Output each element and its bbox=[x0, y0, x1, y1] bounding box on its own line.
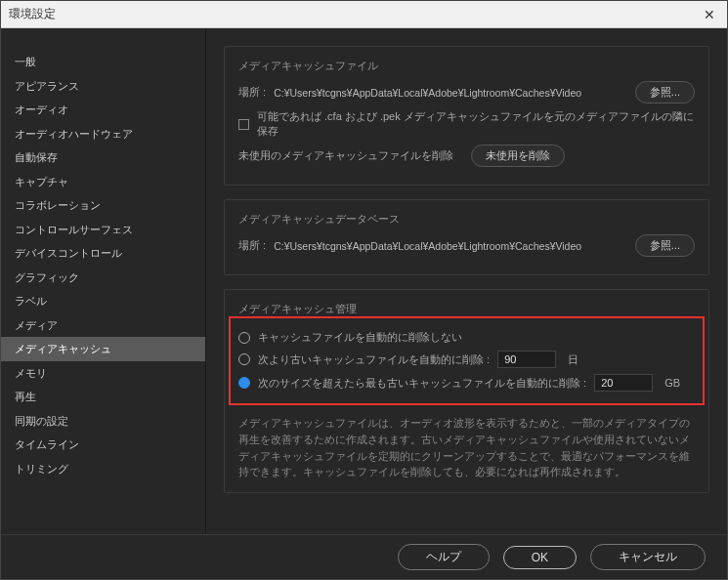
radio-size-row: 次のサイズを超えたら最も古いキャッシュファイルを自動的に削除 : GB bbox=[238, 374, 695, 392]
db-browse-button[interactable]: 参照... bbox=[635, 234, 695, 257]
ok-button[interactable]: OK bbox=[503, 546, 577, 569]
sidebar-item[interactable]: 同期の設定 bbox=[1, 409, 205, 434]
radio-days-row: 次より古いキャッシュファイルを自動的に削除 : 日 bbox=[238, 351, 695, 368]
radio-none-row: キャッシュファイルを自動的に削除しない bbox=[238, 330, 695, 345]
sidebar-item[interactable]: オーディオ bbox=[1, 98, 205, 122]
location-path: C:¥Users¥tcgns¥AppData¥Local¥Adobe¥Light… bbox=[274, 87, 581, 99]
sidebar-item[interactable]: コントロールサーフェス bbox=[1, 218, 205, 242]
radio-days[interactable] bbox=[238, 353, 250, 365]
sidebar-item[interactable]: 再生 bbox=[1, 385, 205, 409]
group-title: メディアキャッシュデータベース bbox=[238, 212, 695, 227]
footer: ヘルプ OK キャンセル bbox=[1, 534, 727, 579]
radio-size-label: 次のサイズを超えたら最も古いキャッシュファイルを自動的に削除 : bbox=[258, 376, 586, 391]
db-location-path: C:¥Users¥tcgns¥AppData¥Local¥Adobe¥Light… bbox=[274, 240, 581, 252]
radio-none[interactable] bbox=[238, 332, 250, 344]
sidebar-item[interactable]: グラフィック bbox=[1, 266, 205, 290]
cleanup-row: 未使用のメディアキャッシュファイルを削除 未使用を削除 bbox=[238, 145, 695, 167]
days-unit: 日 bbox=[568, 352, 578, 367]
size-input[interactable] bbox=[594, 374, 653, 392]
sidebar-item[interactable]: オーディオハードウェア bbox=[1, 122, 205, 146]
browse-button[interactable]: 参照... bbox=[635, 81, 695, 104]
group-title: メディアキャッシュ管理 bbox=[238, 302, 695, 316]
media-cache-mgmt-group: メディアキャッシュ管理 キャッシュファイルを自動的に削除しない 次より古いキャッ… bbox=[224, 289, 709, 493]
db-location-label: 場所 : bbox=[238, 238, 266, 253]
sidebar-item[interactable]: トリミング bbox=[1, 457, 205, 481]
category-sidebar: 一般アピアランスオーディオオーディオハードウェア自動保存キャプチャコラボレーショ… bbox=[1, 28, 206, 534]
sidebar-item[interactable]: アピアランス bbox=[1, 74, 205, 99]
sidebar-item[interactable]: 一般 bbox=[1, 50, 205, 74]
location-row: 場所 : C:¥Users¥tcgns¥AppData¥Local¥Adobe¥… bbox=[238, 81, 695, 104]
preferences-window: 環境設定 ✕ 一般アピアランスオーディオオーディオハードウェア自動保存キャプチャ… bbox=[0, 0, 728, 580]
sidebar-item[interactable]: メモリ bbox=[1, 361, 205, 386]
media-cache-files-group: メディアキャッシュファイル 場所 : C:¥Users¥tcgns¥AppDat… bbox=[224, 46, 709, 186]
sidebar-item[interactable]: メディアキャッシュ bbox=[1, 337, 205, 361]
help-button[interactable]: ヘルプ bbox=[398, 544, 490, 570]
close-icon[interactable]: ✕ bbox=[700, 5, 719, 24]
group-title: メディアキャッシュファイル bbox=[238, 59, 695, 73]
mgmt-description: メディアキャッシュファイルは、オーディオ波形を表示するためと、一部のメディアタイ… bbox=[238, 415, 695, 480]
highlighted-options: キャッシュファイルを自動的に削除しない 次より古いキャッシュファイルを自動的に削… bbox=[229, 316, 705, 405]
titlebar: 環境設定 ✕ bbox=[1, 1, 727, 28]
cleanup-button[interactable]: 未使用を削除 bbox=[471, 145, 565, 167]
save-next-row: 可能であれば .cfa および .pek メディアキャッシュファイルを元のメディ… bbox=[238, 109, 695, 139]
radio-days-label: 次より古いキャッシュファイルを自動的に削除 : bbox=[258, 352, 490, 367]
sidebar-item[interactable]: ラベル bbox=[1, 289, 205, 313]
window-title: 環境設定 bbox=[9, 6, 700, 22]
radio-none-label: キャッシュファイルを自動的に削除しない bbox=[258, 330, 462, 345]
sidebar-item[interactable]: デバイスコントロール bbox=[1, 241, 205, 266]
content-panel: メディアキャッシュファイル 場所 : C:¥Users¥tcgns¥AppDat… bbox=[206, 28, 727, 534]
db-location-row: 場所 : C:¥Users¥tcgns¥AppData¥Local¥Adobe¥… bbox=[238, 234, 695, 257]
save-next-checkbox[interactable] bbox=[238, 119, 249, 130]
sidebar-item[interactable]: コラボレーション bbox=[1, 193, 205, 218]
save-next-label: 可能であれば .cfa および .pek メディアキャッシュファイルを元のメディ… bbox=[257, 109, 695, 139]
days-input[interactable] bbox=[497, 351, 556, 368]
sidebar-item[interactable]: 自動保存 bbox=[1, 145, 205, 170]
sidebar-item[interactable]: キャプチャ bbox=[1, 170, 205, 194]
radio-size[interactable] bbox=[238, 377, 250, 389]
cancel-button[interactable]: キャンセル bbox=[590, 544, 706, 570]
cleanup-label: 未使用のメディアキャッシュファイルを削除 bbox=[238, 148, 453, 163]
dialog-body: 一般アピアランスオーディオオーディオハードウェア自動保存キャプチャコラボレーショ… bbox=[1, 28, 727, 534]
sidebar-item[interactable]: メディア bbox=[1, 313, 205, 338]
location-label: 場所 : bbox=[238, 85, 266, 100]
sidebar-item[interactable]: タイムライン bbox=[1, 433, 205, 457]
size-unit: GB bbox=[664, 377, 680, 389]
media-cache-db-group: メディアキャッシュデータベース 場所 : C:¥Users¥tcgns¥AppD… bbox=[224, 199, 709, 275]
